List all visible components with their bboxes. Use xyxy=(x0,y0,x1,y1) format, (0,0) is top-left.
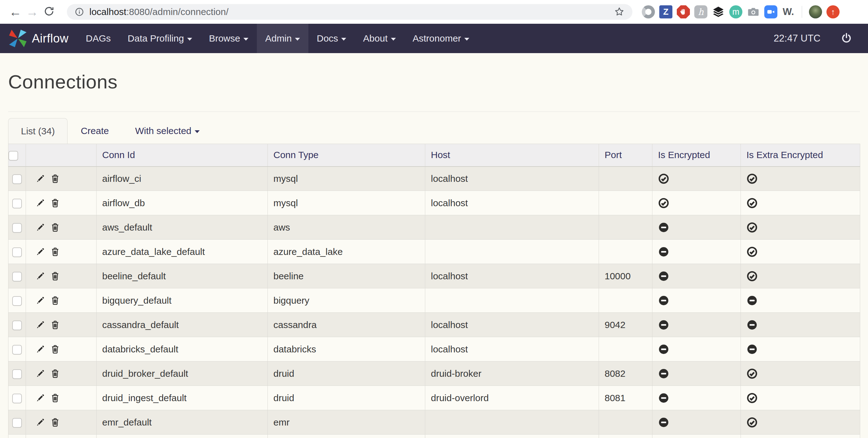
z-extension-icon[interactable]: Z xyxy=(659,5,673,19)
row-checkbox[interactable] xyxy=(12,320,22,330)
toolbar-divider xyxy=(802,6,802,18)
m-extension-icon[interactable]: m xyxy=(729,5,742,19)
row-checkbox[interactable] xyxy=(12,174,22,184)
edit-icon[interactable] xyxy=(35,174,45,184)
url-bar[interactable]: localhost:8080/admin/connection/ xyxy=(67,4,632,20)
edit-icon[interactable] xyxy=(35,417,45,427)
airflow-brand[interactable]: Airflow xyxy=(0,24,78,53)
nav-item-browse[interactable]: Browse xyxy=(200,24,257,53)
delete-icon[interactable] xyxy=(50,344,60,354)
stop-hand-extension-icon[interactable] xyxy=(677,5,690,19)
is-encrypted-cell xyxy=(652,435,741,438)
url-text: localhost:8080/admin/connection/ xyxy=(89,6,228,17)
row-checkbox[interactable] xyxy=(12,296,22,306)
nav-item-astronomer[interactable]: Astronomer xyxy=(404,24,478,53)
h-extension-icon[interactable]: h xyxy=(694,5,707,19)
nav-item-label: About xyxy=(363,33,388,44)
checkbox-cell xyxy=(8,166,26,191)
video-extension-icon[interactable] xyxy=(764,5,777,19)
host-cell: localhost xyxy=(425,191,599,215)
host-header[interactable]: Host xyxy=(425,144,599,166)
row-checkbox[interactable] xyxy=(12,223,22,233)
row-checkbox[interactable] xyxy=(12,247,22,257)
table-row: emr_default emr xyxy=(8,410,860,435)
layers-extension-icon[interactable] xyxy=(712,5,725,19)
up-arrow-extension-icon[interactable]: ↑ xyxy=(827,5,840,19)
delete-icon[interactable] xyxy=(50,417,60,427)
port-cell xyxy=(599,215,652,240)
nav-item-dags[interactable]: DAGs xyxy=(78,24,119,53)
row-checkbox[interactable] xyxy=(12,199,22,208)
tab-with-selected[interactable]: With selected xyxy=(122,118,213,144)
nav-item-admin[interactable]: Admin xyxy=(257,24,308,53)
delete-icon[interactable] xyxy=(50,271,60,281)
back-icon[interactable]: ← xyxy=(7,6,24,18)
circle-extension-icon[interactable] xyxy=(642,5,655,19)
conn-type-header[interactable]: Conn Type xyxy=(268,144,425,166)
profile-avatar[interactable] xyxy=(809,5,822,19)
conn-id-header[interactable]: Conn Id xyxy=(97,144,268,166)
is-encrypted-cell xyxy=(652,386,741,410)
is-extra-encrypted-cell xyxy=(741,410,860,435)
conn-id-cell: cassandra_default xyxy=(97,313,268,337)
edit-icon[interactable] xyxy=(35,344,45,354)
port-cell: 8081 xyxy=(599,386,652,410)
nav-item-label: Data Profiling xyxy=(128,33,184,44)
delete-icon[interactable] xyxy=(50,222,60,232)
is-extra-encrypted-cell xyxy=(741,386,860,410)
reload-icon[interactable] xyxy=(41,6,58,18)
is-extra-encrypted-header[interactable]: Is Extra Encrypted xyxy=(741,144,860,166)
delete-icon[interactable] xyxy=(50,320,60,330)
is-encrypted-cell xyxy=(652,264,741,288)
edit-icon[interactable] xyxy=(35,247,45,257)
nav-item-about[interactable]: About xyxy=(354,24,404,53)
tab-create[interactable]: Create xyxy=(67,118,122,144)
row-checkbox[interactable] xyxy=(12,394,22,403)
edit-icon[interactable] xyxy=(35,271,45,281)
row-checkbox[interactable] xyxy=(12,418,22,428)
is-encrypted-cell xyxy=(652,166,741,191)
tab-list[interactable]: List (34) xyxy=(8,118,67,144)
nav-item-data-profiling[interactable]: Data Profiling xyxy=(119,24,200,53)
table-row: azure_data_lake_default azure_data_lake xyxy=(8,240,860,264)
port-cell xyxy=(599,410,652,435)
edit-icon[interactable] xyxy=(35,295,45,306)
minus-circle-icon xyxy=(658,344,669,355)
host-cell: localhost xyxy=(425,337,599,362)
edit-icon[interactable] xyxy=(35,320,45,330)
bookmark-star-icon[interactable] xyxy=(614,6,625,18)
is-extra-encrypted-cell xyxy=(741,313,860,337)
delete-icon[interactable] xyxy=(50,393,60,403)
w-extension-icon[interactable]: W. xyxy=(782,5,795,19)
is-extra-encrypted-cell xyxy=(741,215,860,240)
delete-icon[interactable] xyxy=(50,198,60,208)
brand-name: Airflow xyxy=(32,32,69,45)
conn-type-cell: cassandra xyxy=(268,313,425,337)
delete-icon[interactable] xyxy=(50,295,60,306)
host-cell xyxy=(425,215,599,240)
port-header[interactable]: Port xyxy=(599,144,652,166)
minus-circle-icon xyxy=(746,295,758,306)
row-checkbox[interactable] xyxy=(12,369,22,379)
camera-extension-icon[interactable] xyxy=(747,5,760,19)
edit-icon[interactable] xyxy=(35,393,45,403)
edit-icon[interactable] xyxy=(35,198,45,208)
delete-icon[interactable] xyxy=(50,247,60,257)
power-icon[interactable] xyxy=(840,32,853,45)
checkbox-cell xyxy=(8,191,26,215)
checkbox-cell xyxy=(8,435,26,438)
is-encrypted-header[interactable]: Is Encrypted xyxy=(652,144,741,166)
row-checkbox[interactable] xyxy=(12,345,22,354)
delete-icon[interactable] xyxy=(50,368,60,379)
info-icon[interactable] xyxy=(74,7,84,17)
host-cell: localhost xyxy=(425,264,599,288)
row-checkbox[interactable] xyxy=(12,272,22,281)
forward-icon[interactable]: → xyxy=(24,6,41,18)
delete-icon[interactable] xyxy=(50,174,60,184)
nav-item-docs[interactable]: Docs xyxy=(308,24,354,53)
edit-icon[interactable] xyxy=(35,222,45,232)
is-encrypted-cell xyxy=(652,191,741,215)
edit-icon[interactable] xyxy=(35,368,45,379)
select-all-checkbox[interactable] xyxy=(8,151,18,161)
tab-bar: List (34) Create With selected xyxy=(8,118,860,144)
